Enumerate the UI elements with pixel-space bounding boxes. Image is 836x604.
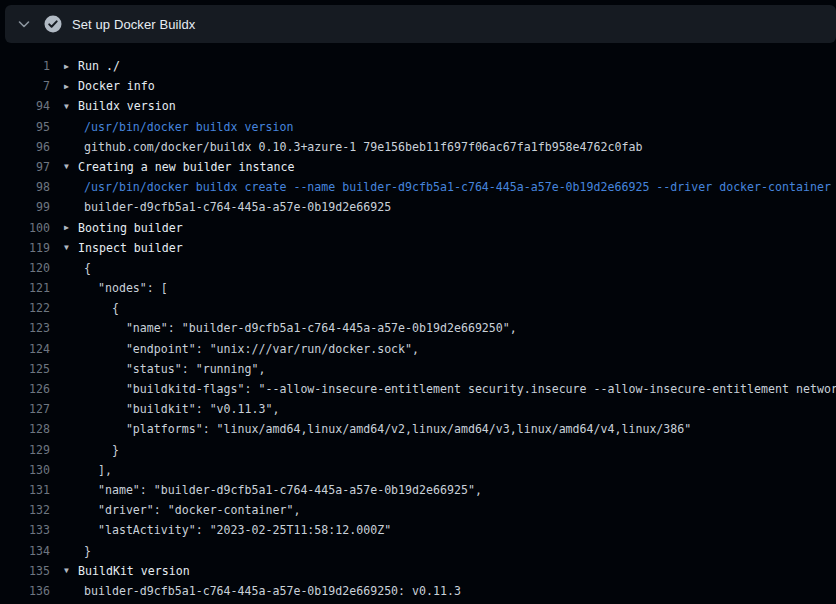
- log-line: 128 "platforms": "linux/amd64,linux/amd6…: [0, 419, 836, 439]
- log-line-text: github.com/docker/buildx 0.10.3+azure-1 …: [84, 140, 642, 154]
- log-line-text: "endpoint": "unix:///var/run/docker.sock…: [84, 342, 419, 356]
- triangle-toggle-icon[interactable]: ▼: [64, 157, 78, 177]
- triangle-toggle-icon[interactable]: ▶: [64, 77, 78, 97]
- log-line-number[interactable]: 133: [0, 520, 50, 540]
- log-line-text: builder-d9cfb5a1-c764-445a-a57e-0b19d2e6…: [84, 584, 461, 598]
- log-line: 126 "buildkitd-flags": "--allow-insecure…: [0, 379, 836, 399]
- log-line-number[interactable]: 129: [0, 440, 50, 460]
- log-line-text: {: [84, 301, 119, 315]
- log-line: 125 "status": "running",: [0, 359, 836, 379]
- log-group-row[interactable]: 119 ▼Inspect builder: [0, 238, 836, 258]
- triangle-toggle-icon[interactable]: ▶: [64, 57, 78, 77]
- log-line-text: "lastActivity": "2023-02-25T11:58:12.000…: [84, 523, 391, 537]
- log-line-text: {: [84, 261, 91, 275]
- actions-log-viewer: Set up Docker Buildx 1 ▶Run ./ 7 ▶Docker…: [0, 0, 836, 604]
- log-line-number[interactable]: 127: [0, 399, 50, 419]
- log-line-text: }: [84, 544, 91, 558]
- log-line-text: "driver": "docker-container",: [84, 503, 300, 517]
- log-line-number[interactable]: 99: [0, 197, 50, 217]
- triangle-toggle-icon[interactable]: ▼: [64, 561, 78, 581]
- log-group-row[interactable]: 100 ▶Booting builder: [0, 218, 836, 238]
- log-line-text: "name": "builder-d9cfb5a1-c764-445a-a57e…: [84, 483, 482, 497]
- log-line-text: Buildx version: [78, 99, 176, 113]
- log-line-number[interactable]: 119: [0, 238, 50, 258]
- log-line: 130 ],: [0, 460, 836, 480]
- log-line-number[interactable]: 134: [0, 541, 50, 561]
- log-line-number[interactable]: 128: [0, 419, 50, 439]
- log-group-row[interactable]: 135 ▼BuildKit version: [0, 561, 836, 581]
- log-line-number[interactable]: 122: [0, 298, 50, 318]
- log-line-number[interactable]: 130: [0, 460, 50, 480]
- log-group-row[interactable]: 7 ▶Docker info: [0, 76, 836, 96]
- log-line: 99 builder-d9cfb5a1-c764-445a-a57e-0b19d…: [0, 197, 836, 217]
- log-line-text: /usr/bin/docker buildx create --name bui…: [84, 180, 831, 194]
- step-title: Set up Docker Buildx: [72, 17, 195, 32]
- log-line-text: Creating a new builder instance: [78, 160, 294, 174]
- log-line-number[interactable]: 135: [0, 561, 50, 581]
- log-group-row[interactable]: 97 ▼Creating a new builder instance: [0, 157, 836, 177]
- log-lines: 1 ▶Run ./ 7 ▶Docker info 94 ▼Buildx vers…: [0, 56, 836, 601]
- log-line-text: "status": "running",: [84, 362, 265, 376]
- log-line-number[interactable]: 120: [0, 258, 50, 278]
- triangle-toggle-icon[interactable]: ▼: [64, 97, 78, 117]
- log-line-text: builder-d9cfb5a1-c764-445a-a57e-0b19d2e6…: [84, 200, 391, 214]
- log-line-number[interactable]: 121: [0, 278, 50, 298]
- log-line: 123 "name": "builder-d9cfb5a1-c764-445a-…: [0, 318, 836, 338]
- log-line-text: "platforms": "linux/amd64,linux/amd64/v2…: [84, 422, 691, 436]
- log-line: 95 /usr/bin/docker buildx version: [0, 117, 836, 137]
- log-line: 132 "driver": "docker-container",: [0, 500, 836, 520]
- log-line-text: ],: [84, 463, 112, 477]
- log-line-text: "nodes": [: [84, 281, 168, 295]
- log-line-number[interactable]: 100: [0, 218, 50, 238]
- log-line-text: Docker info: [78, 79, 155, 93]
- log-line-number[interactable]: 7: [0, 76, 50, 96]
- check-circle-icon: [44, 15, 62, 33]
- log-line-text: Booting builder: [78, 221, 183, 235]
- log-line: 129 }: [0, 440, 836, 460]
- log-line-number[interactable]: 136: [0, 581, 50, 601]
- log-line-number[interactable]: 131: [0, 480, 50, 500]
- log-line: 134 }: [0, 541, 836, 561]
- log-line: 133 "lastActivity": "2023-02-25T11:58:12…: [0, 520, 836, 540]
- log-line: 131 "name": "builder-d9cfb5a1-c764-445a-…: [0, 480, 836, 500]
- log-line-number[interactable]: 125: [0, 359, 50, 379]
- log-line: 122 {: [0, 298, 836, 318]
- triangle-toggle-icon[interactable]: ▼: [64, 238, 78, 258]
- log-line: 98 /usr/bin/docker buildx create --name …: [0, 177, 836, 197]
- log-line-text: BuildKit version: [78, 564, 190, 578]
- log-line-text: Run ./: [78, 59, 120, 73]
- log-line-text: }: [84, 443, 119, 457]
- log-group-row[interactable]: 94 ▼Buildx version: [0, 96, 836, 116]
- log-line-number[interactable]: 132: [0, 500, 50, 520]
- log-line-text: "buildkitd-flags": "--allow-insecure-ent…: [84, 382, 836, 396]
- log-line: 124 "endpoint": "unix:///var/run/docker.…: [0, 339, 836, 359]
- step-header[interactable]: Set up Docker Buildx: [5, 5, 836, 43]
- log-group-row[interactable]: 1 ▶Run ./: [0, 56, 836, 76]
- log-line: 121 "nodes": [: [0, 278, 836, 298]
- log-line-number[interactable]: 126: [0, 379, 50, 399]
- log-line-number[interactable]: 96: [0, 137, 50, 157]
- log-line-number[interactable]: 124: [0, 339, 50, 359]
- log-line-text: Inspect builder: [78, 241, 183, 255]
- log-line: 96 github.com/docker/buildx 0.10.3+azure…: [0, 137, 836, 157]
- log-line: 127 "buildkit": "v0.11.3",: [0, 399, 836, 419]
- log-line-number[interactable]: 95: [0, 117, 50, 137]
- log-line: 120 {: [0, 258, 836, 278]
- triangle-toggle-icon[interactable]: ▶: [64, 218, 78, 238]
- log-line-number[interactable]: 123: [0, 318, 50, 338]
- log-line-number[interactable]: 97: [0, 157, 50, 177]
- log-line-number[interactable]: 1: [0, 56, 50, 76]
- log-line-text: /usr/bin/docker buildx version: [84, 120, 293, 134]
- log-line: 136 builder-d9cfb5a1-c764-445a-a57e-0b19…: [0, 581, 836, 601]
- log-line-number[interactable]: 94: [0, 96, 50, 116]
- log-line-text: "buildkit": "v0.11.3",: [84, 402, 279, 416]
- log-line-text: "name": "builder-d9cfb5a1-c764-445a-a57e…: [84, 321, 517, 335]
- log-line-number[interactable]: 98: [0, 177, 50, 197]
- chevron-down-icon[interactable]: [17, 17, 31, 31]
